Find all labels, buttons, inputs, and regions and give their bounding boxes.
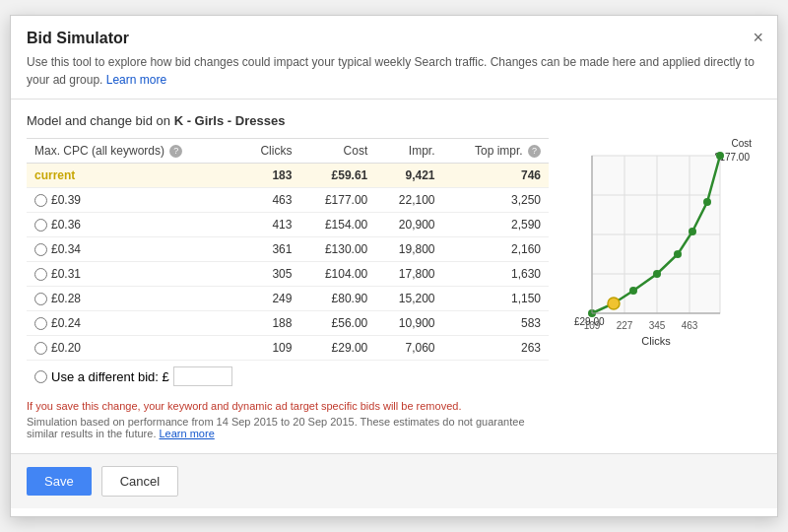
bid-value: £0.31 [51,267,81,281]
svg-text:109: 109 [584,320,601,331]
svg-point-11 [674,250,682,258]
impr-value: 15,200 [375,287,442,311]
bid-value: £0.28 [51,292,81,305]
cost-value: £154.00 [299,213,375,237]
impr-value: 7,060 [375,336,442,361]
model-title: Model and change bid on K - Girls - Dres… [27,113,761,128]
custom-bid-radio[interactable] [34,370,47,383]
bid-label[interactable]: £0.24 [27,311,238,335]
table-row: £0.39 463 £177.00 22,100 3,250 [27,188,549,213]
top-impr-value: 746 [443,164,550,188]
table-row: £0.28 249 £80.90 15,200 1,150 [27,287,549,311]
chart-area: Cost £177.00 £29.00 [564,138,761,439]
svg-point-12 [689,228,696,235]
bid-label[interactable]: £0.28 [27,287,238,310]
custom-bid-label: Use a different bid: £ [51,369,169,384]
table-row: £0.36 413 £154.00 20,900 2,590 [27,213,549,237]
warning-text: If you save this change, your keyword an… [27,400,549,412]
top-impr-value: 1,630 [443,262,550,287]
bid-label[interactable]: £0.20 [27,336,238,360]
table-row: current 183 £59.61 9,421 746 [27,164,549,188]
cost-value: £104.00 [299,262,375,287]
dialog-body: Model and change bid on K - Girls - Dres… [11,100,777,453]
bid-radio[interactable] [34,194,47,207]
bid-radio[interactable] [34,219,47,232]
dialog-description: Use this tool to explore how bid changes… [27,53,761,89]
impr-value: 19,800 [375,237,442,262]
impr-value: 10,900 [375,311,442,336]
svg-text:227: 227 [617,320,633,331]
table-row: £0.31 305 £104.00 17,800 1,630 [27,262,549,287]
top-impr-value: 263 [443,336,550,361]
dialog-header: × Bid Simulator Use this tool to explore… [11,16,777,100]
chart-container: Cost £177.00 £29.00 [564,138,752,355]
bid-value: £0.24 [51,316,81,330]
col-header-top-impr: Top impr. ? [443,139,550,164]
cost-value: £29.00 [299,336,375,361]
bid-value: £0.36 [51,218,81,232]
chart-svg: 109 227 345 463 Clicks [564,138,752,355]
bid-value: £0.34 [51,242,81,256]
svg-point-10 [653,270,661,278]
cpc-help-icon[interactable]: ? [169,145,182,158]
cost-value: £59.61 [299,164,375,188]
bid-radio[interactable] [34,268,47,281]
clicks-value: 249 [238,287,299,311]
learn-more-link[interactable]: Learn more [106,73,166,87]
svg-text:Clicks: Clicks [641,335,671,347]
cost-value: £80.90 [299,287,375,311]
table-row: £0.20 109 £29.00 7,060 263 [27,336,549,361]
impr-value: 22,100 [375,188,442,213]
bid-label[interactable]: £0.34 [27,237,238,261]
col-header-clicks: Clicks [238,139,299,164]
cancel-button[interactable]: Cancel [101,466,178,497]
svg-point-14 [716,152,724,160]
table-row: £0.34 361 £130.00 19,800 2,160 [27,237,549,262]
top-impr-help-icon[interactable]: ? [528,145,541,158]
close-button[interactable]: × [753,28,763,48]
svg-point-15 [608,298,620,309]
simulation-note: Simulation based on performance from 14 … [27,416,549,439]
bid-label[interactable]: £0.36 [27,213,238,236]
svg-point-9 [629,287,637,295]
cost-value: £56.00 [299,311,375,336]
svg-text:463: 463 [682,320,698,331]
bid-radio[interactable] [34,243,47,256]
col-header-cpc: Max. CPC (all keywords) ? [27,139,238,164]
impr-value: 17,800 [375,262,442,287]
bid-radio[interactable] [34,293,47,305]
clicks-value: 183 [238,164,299,188]
custom-bid-input[interactable] [173,366,232,386]
dialog-footer: Save Cancel [11,453,777,508]
bid-label: current [27,164,238,188]
top-impr-value: 2,160 [443,237,550,262]
bid-label[interactable]: £0.39 [27,188,238,212]
bid-table: Max. CPC (all keywords) ? Clicks Cost Im… [27,138,549,361]
top-impr-value: 1,150 [443,287,550,311]
content-area: Max. CPC (all keywords) ? Clicks Cost Im… [27,138,761,439]
cost-value: £130.00 [299,237,375,262]
save-button[interactable]: Save [27,467,92,496]
bid-radio[interactable] [34,342,47,355]
table-row: £0.24 188 £56.00 10,900 583 [27,311,549,336]
bid-value: £0.20 [51,341,81,355]
impr-value: 20,900 [375,213,442,237]
svg-point-13 [703,198,711,206]
bid-label[interactable]: £0.31 [27,262,238,286]
col-header-impr: Impr. [375,139,442,164]
clicks-value: 305 [238,262,299,287]
clicks-value: 361 [238,237,299,262]
clicks-value: 188 [238,311,299,336]
bid-simulator-dialog: × Bid Simulator Use this tool to explore… [10,15,778,517]
custom-bid-row: Use a different bid: £ [27,361,549,392]
impr-value: 9,421 [375,164,442,188]
top-impr-value: 583 [443,311,550,336]
bid-value: £0.39 [51,193,81,207]
clicks-value: 463 [238,188,299,213]
dialog-title: Bid Simulator [27,30,761,47]
bid-radio[interactable] [34,317,47,330]
svg-text:345: 345 [649,320,666,331]
cost-value: £177.00 [299,188,375,213]
simulation-learn-more-link[interactable]: Learn more [160,428,215,439]
clicks-value: 413 [238,213,299,237]
